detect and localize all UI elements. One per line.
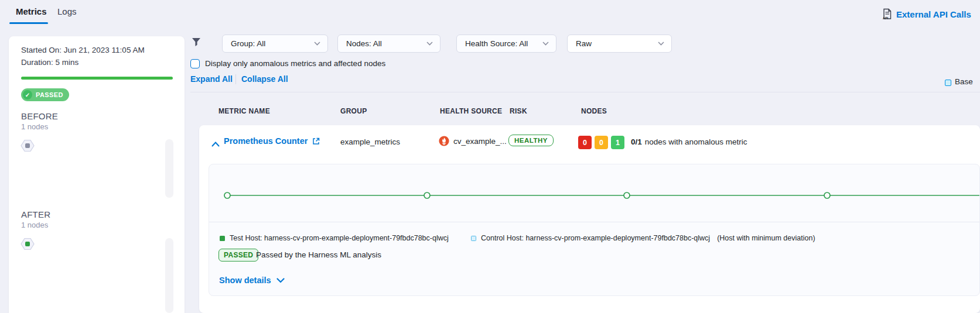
metric-group-cell: example_metrics xyxy=(340,137,400,146)
health-source-name: cv_example_... xyxy=(453,137,507,146)
after-node-hexagon[interactable] xyxy=(20,236,35,252)
node-count-orange-badge: 0 xyxy=(595,136,608,149)
nodes-filter-value: Nodes: All xyxy=(346,39,382,48)
metric-chart[interactable] xyxy=(209,164,980,221)
metric-name-link[interactable]: Prometheus Counter xyxy=(224,136,320,146)
after-label: AFTER xyxy=(21,209,50,219)
anomalous-only-label: Display only anomalous metrics and affec… xyxy=(205,59,385,68)
node-count-green-badge: 1 xyxy=(611,136,624,149)
col-header-risk: RISK xyxy=(510,107,527,115)
verdict-badge: PASSED xyxy=(218,249,258,262)
progress-bar xyxy=(21,77,173,80)
header-divider xyxy=(190,92,980,92)
before-node-list-scrollbar[interactable] xyxy=(165,139,173,198)
legend-control-host: Control Host: harness-cv-prom-example-de… xyxy=(471,234,815,242)
prometheus-icon xyxy=(439,136,449,146)
chevron-down-icon xyxy=(658,42,664,46)
chevron-down-icon xyxy=(542,42,549,46)
legend-test-host: Test Host: harness-cv-prom-example-deplo… xyxy=(220,234,449,242)
test-host-label: Test Host: harness-cv-prom-example-deplo… xyxy=(230,234,449,242)
nodes-filter-dropdown[interactable]: Nodes: All xyxy=(337,35,441,53)
before-node-hexagon[interactable] xyxy=(20,138,35,153)
duration-text: Duration: 5 mins xyxy=(21,58,78,67)
status-badge: ✓ PASSED xyxy=(21,88,69,101)
control-host-note: (Host with minimum deviation) xyxy=(717,234,815,242)
anomalous-only-checkbox[interactable] xyxy=(190,59,200,68)
tab-metrics[interactable]: Metrics xyxy=(16,6,47,16)
started-on-text: Started On: Jun 21, 2023 11:05 AM xyxy=(21,46,145,54)
health-source-filter-dropdown[interactable]: Health Source: All xyxy=(456,35,556,53)
metric-detail-panel: Test Host: harness-cv-prom-example-deplo… xyxy=(209,164,980,296)
col-header-metric-name: METRIC NAME xyxy=(218,107,270,115)
show-details-link[interactable]: Show details xyxy=(219,276,285,285)
check-circle-icon: ✓ xyxy=(23,90,32,99)
before-node-count: 1 nodes xyxy=(21,122,48,131)
verification-summary-panel: Started On: Jun 21, 2023 11:05 AM Durati… xyxy=(9,36,185,313)
control-host-label: Control Host: harness-cv-prom-example-de… xyxy=(481,234,710,242)
data-mode-dropdown[interactable]: Raw xyxy=(567,35,672,53)
active-tab-underline xyxy=(9,22,48,24)
metric-row: Prometheus Counter example_metrics cv_ex… xyxy=(199,125,980,313)
show-details-label: Show details xyxy=(219,276,271,285)
svg-text:API: API xyxy=(883,16,889,20)
control-host-legend-square xyxy=(471,236,476,241)
collapse-all-link[interactable]: Collapse All xyxy=(241,74,288,84)
health-source-cell: cv_example_... xyxy=(439,136,507,146)
collapse-row-chevron-icon[interactable] xyxy=(211,139,220,149)
health-source-filter-value: Health Source: All xyxy=(465,39,528,48)
group-filter-value: Group: All xyxy=(231,39,265,48)
chevron-down-icon xyxy=(314,42,320,46)
after-node-count: 1 nodes xyxy=(21,221,48,229)
node-count-red-badge: 0 xyxy=(578,136,592,149)
baseline-legend-square xyxy=(945,80,951,86)
api-document-icon: API xyxy=(882,8,892,20)
external-api-calls-link[interactable]: API External API Calls xyxy=(882,8,971,20)
col-header-group: GROUP xyxy=(340,107,367,115)
chevron-down-icon xyxy=(426,42,433,46)
nodes-ratio: 0/1 xyxy=(631,137,642,146)
external-api-calls-label: External API Calls xyxy=(896,9,971,19)
nodes-caption: nodes with anomalous metric xyxy=(645,137,747,146)
after-node-status-square xyxy=(25,242,30,246)
links-separator xyxy=(235,74,236,84)
chart-divider xyxy=(209,222,979,222)
after-node-list-scrollbar[interactable] xyxy=(165,238,173,313)
baseline-legend-label: Base xyxy=(955,77,973,86)
filter-funnel-icon xyxy=(192,37,201,49)
verification-metrics-page: Metrics Logs API External API Calls Star… xyxy=(0,0,980,313)
metric-name-label: Prometheus Counter xyxy=(224,136,308,146)
before-node-status-square xyxy=(25,143,30,148)
col-header-nodes: NODES xyxy=(581,107,607,115)
data-mode-value: Raw xyxy=(576,39,592,48)
nodes-summary: 0/1nodes with anomalous metric xyxy=(631,137,747,146)
before-label: BEFORE xyxy=(21,111,58,121)
status-badge-label: PASSED xyxy=(36,91,63,98)
test-host-legend-square xyxy=(220,236,225,241)
external-link-icon xyxy=(312,137,320,145)
col-header-health-source: HEALTH SOURCE xyxy=(440,107,502,115)
group-filter-dropdown[interactable]: Group: All xyxy=(222,35,328,53)
expand-all-link[interactable]: Expand All xyxy=(190,74,233,84)
verdict-text: Passed by the Harness ML analysis xyxy=(256,250,381,259)
tab-logs[interactable]: Logs xyxy=(57,6,77,16)
risk-badge: HEALTHY xyxy=(508,135,554,146)
chevron-down-icon xyxy=(276,278,285,283)
